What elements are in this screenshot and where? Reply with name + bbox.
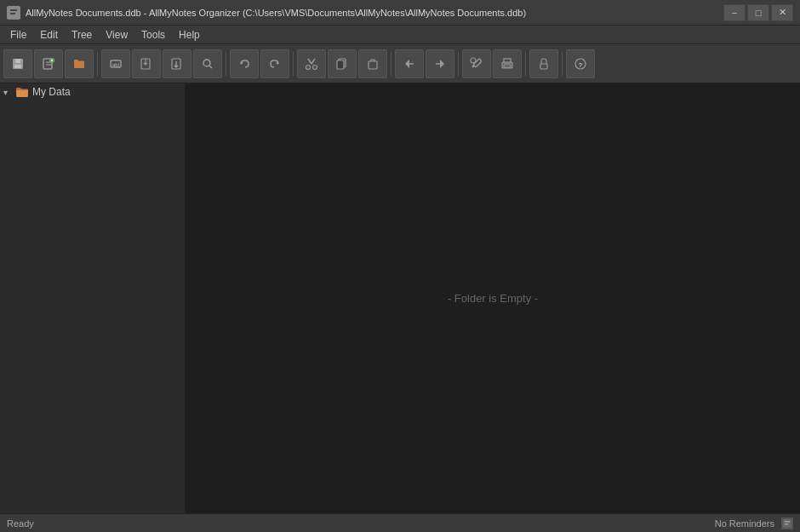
svg-rect-23 (337, 60, 344, 69)
app-icon (7, 6, 20, 20)
find-toolbar-btn[interactable] (193, 49, 222, 78)
minimize-button[interactable]: − (723, 4, 746, 21)
tree-panel[interactable]: ▾ My Data (0, 83, 186, 513)
status-icon (781, 518, 793, 529)
copy-toolbar-btn[interactable] (328, 49, 357, 78)
svg-text:?: ? (579, 61, 583, 69)
toolbar-separator (525, 52, 526, 76)
title-text: AllMyNotes Documents.ddb - AllMyNotes Or… (26, 8, 526, 18)
back-toolbar-btn[interactable] (395, 49, 424, 78)
title-bar-left: AllMyNotes Documents.ddb - AllMyNotes Or… (7, 6, 526, 20)
toolbar-separator (458, 52, 459, 76)
svg-line-17 (209, 66, 212, 68)
tree-root-item[interactable]: ▾ My Data (0, 83, 185, 100)
toolbar: ab|? (0, 44, 800, 83)
status-left: Ready (7, 518, 34, 529)
svg-point-29 (471, 58, 476, 63)
svg-rect-24 (369, 61, 377, 69)
svg-rect-5 (14, 65, 21, 68)
svg-marker-27 (440, 60, 444, 68)
svg-rect-1 (10, 9, 17, 11)
forward-toolbar-btn[interactable] (426, 49, 454, 78)
svg-point-20 (306, 65, 311, 69)
save-toolbar-btn[interactable] (3, 49, 32, 78)
new-note-toolbar-btn[interactable] (34, 49, 63, 78)
status-reminders: No Reminders (715, 518, 774, 529)
folder-icon (15, 86, 29, 98)
status-right: No Reminders (715, 518, 793, 529)
paste-toolbar-btn[interactable] (358, 49, 387, 78)
status-bar: Ready No Reminders (0, 513, 800, 532)
help-toolbar-btn[interactable]: ? (566, 49, 595, 78)
tree-root-label: My Data (32, 86, 71, 98)
menu-item-help[interactable]: Help (172, 27, 207, 43)
window-controls: − □ ✕ (723, 4, 793, 21)
svg-rect-37 (785, 521, 790, 523)
toolbar-separator (293, 52, 294, 76)
toolbar-separator (391, 52, 391, 76)
tools-toolbar-btn[interactable] (462, 49, 491, 78)
maximize-button[interactable]: □ (747, 4, 769, 21)
open-toolbar-btn[interactable] (65, 49, 94, 78)
menu-item-tools[interactable]: Tools (134, 27, 172, 43)
svg-rect-4 (15, 59, 20, 63)
title-bar: AllMyNotes Documents.ddb - AllMyNotes Or… (0, 0, 800, 26)
export-toolbar-btn[interactable] (132, 49, 161, 78)
main-layout: ▾ My Data - Folder is Empty - (0, 83, 800, 513)
menu-item-view[interactable]: View (99, 27, 134, 43)
redo-toolbar-btn[interactable] (260, 49, 289, 78)
svg-point-21 (313, 65, 317, 69)
svg-rect-33 (540, 64, 547, 69)
tree-arrow: ▾ (3, 88, 12, 97)
cut-toolbar-btn[interactable] (297, 49, 326, 78)
menu-item-edit[interactable]: Edit (33, 27, 65, 43)
svg-point-16 (203, 60, 210, 66)
menu-bar: FileEditTreeViewToolsHelp (0, 26, 800, 44)
menu-item-tree[interactable]: Tree (65, 27, 99, 43)
toolbar-separator (97, 52, 98, 76)
undo-toolbar-btn[interactable] (230, 49, 259, 78)
empty-message: - Folder is Empty - (448, 292, 538, 305)
lock-toolbar-btn[interactable] (529, 49, 558, 78)
label-toolbar-btn[interactable]: ab| (101, 49, 130, 78)
close-button[interactable]: ✕ (771, 4, 793, 21)
svg-marker-25 (405, 60, 409, 68)
toolbar-separator (562, 52, 563, 76)
print-toolbar-btn[interactable] (493, 49, 522, 78)
toolbar-separator (226, 52, 226, 76)
svg-rect-32 (504, 65, 511, 67)
svg-rect-2 (10, 13, 15, 14)
menu-item-file[interactable]: File (3, 27, 33, 43)
svg-text:ab|: ab| (112, 62, 120, 67)
import-toolbar-btn[interactable] (163, 49, 191, 78)
svg-rect-38 (785, 523, 788, 525)
content-panel: - Folder is Empty - (186, 83, 800, 513)
